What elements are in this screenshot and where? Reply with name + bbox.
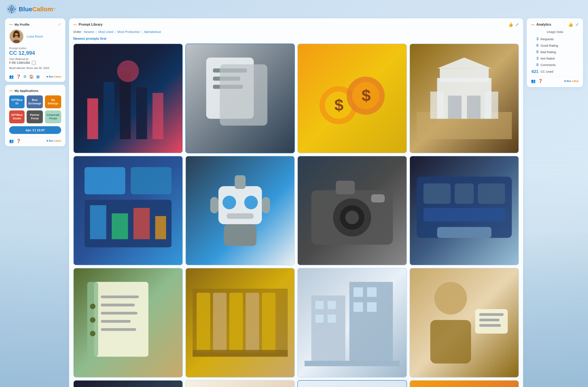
prompt-thumb-3[interactable]: $ $ <box>297 44 407 153</box>
prompt-img-14 <box>186 381 295 387</box>
prompt-thumb-4[interactable] <box>409 44 519 153</box>
prompt-thumb-9[interactable] <box>73 268 183 378</box>
apps-card-header: — My Applications <box>9 89 61 93</box>
prompt-thumb-8[interactable] <box>409 156 519 266</box>
prompt-thumb-13[interactable] <box>73 380 183 387</box>
since-text: BlueCallomer Since Jan 30, 2024 <box>9 67 61 69</box>
analytics-actions: 👍 ⤢ <box>568 22 579 27</box>
order-alphabetical[interactable]: Alphabetical <box>144 30 161 34</box>
footer-icons: 👥 ❓ ⚙ 🏠 ▦ <box>9 74 40 79</box>
prompts-section-title: Newest prompts first <box>73 37 519 41</box>
svg-point-6 <box>11 5 12 6</box>
app-my-settings[interactable]: My Settings <box>45 95 61 108</box>
prompt-img-16: TASK TASK <box>410 381 519 387</box>
svg-rect-104 <box>479 313 504 316</box>
svg-rect-105 <box>479 319 500 321</box>
prompt-title-text: Prompt Library <box>79 23 103 26</box>
app-partner-portal[interactable]: Partner Portal <box>27 110 43 123</box>
help-icon[interactable]: ❓ <box>16 74 21 79</box>
thumbsup-icon-analytics[interactable]: 👍 <box>568 22 573 27</box>
usage-row-comments: 0 Comments <box>531 63 579 67</box>
good-rating-label: Good Rating <box>541 44 558 47</box>
order-label: Order: <box>73 30 82 34</box>
svg-rect-70 <box>478 183 505 204</box>
layout-icon[interactable]: ▦ <box>36 74 40 79</box>
team-icon-analytics[interactable]: 👥 <box>531 79 536 83</box>
svg-rect-84 <box>197 293 210 353</box>
svg-rect-24 <box>136 88 147 139</box>
profile-info: Luisa Rossi <box>27 35 43 39</box>
team-icon-apps[interactable]: 👥 <box>9 139 14 143</box>
svg-rect-68 <box>423 183 451 204</box>
svg-rect-94 <box>315 315 324 323</box>
svg-rect-59 <box>262 197 270 213</box>
cc-used-label: CC Used <box>541 70 553 73</box>
usage-row-bad-rating: 0 Bad Rating <box>531 50 579 54</box>
settings-icon[interactable]: ⚙ <box>23 74 27 79</box>
app-blue-exchange[interactable]: Blue Exchange <box>27 95 43 108</box>
svg-rect-86 <box>229 293 243 353</box>
share-icon-analytics[interactable]: ⤢ <box>575 22 579 27</box>
prompt-thumb-16[interactable]: TASK TASK <box>409 380 519 387</box>
app-corporate-portal[interactable]: Corporate Portal <box>45 110 61 123</box>
order-most-productive[interactable]: Most Productive <box>117 30 140 34</box>
profile-share-icon[interactable]: ⤢ <box>58 22 61 27</box>
profile-name: Luisa Rossi <box>27 35 43 38</box>
svg-point-13 <box>15 35 16 36</box>
prompt-img-12 <box>410 268 519 377</box>
svg-rect-58 <box>210 197 218 213</box>
svg-rect-97 <box>367 287 377 297</box>
svg-rect-95 <box>328 315 336 323</box>
not-rated-num: 3 <box>531 56 539 61</box>
prompt-thumb-12[interactable] <box>409 268 519 378</box>
logo: BlueCallom™ <box>6 4 56 15</box>
good-rating-num: 0 <box>531 43 539 48</box>
svg-rect-47 <box>131 167 171 194</box>
svg-rect-52 <box>155 216 166 239</box>
svg-text:$: $ <box>334 96 343 114</box>
analytics-title: — Analytics <box>531 23 551 27</box>
svg-rect-44 <box>440 68 488 82</box>
analytics-footer-icons: 👥 ❓ <box>531 79 543 83</box>
help-icon-apps[interactable]: ❓ <box>16 139 21 143</box>
prompt-img-10 <box>186 268 295 377</box>
svg-rect-73 <box>94 282 148 357</box>
prompt-img-13 <box>74 381 183 387</box>
profile-section: Luisa Rossi <box>9 29 61 44</box>
order-most-used[interactable]: Most Used <box>98 30 113 34</box>
team-icon[interactable]: 👥 <box>9 74 14 79</box>
app-gptblue-io[interactable]: GPTBlue IO <box>9 95 24 108</box>
apps-title-text: My Applications <box>15 89 38 92</box>
right-panel: — Analytics 👍 ⤢ Usage Data 3 Requests 0 … <box>527 18 583 87</box>
help-icon-analytics[interactable]: ❓ <box>538 79 543 83</box>
prompt-thumb-10[interactable] <box>185 268 295 378</box>
svg-point-7 <box>11 12 12 13</box>
copy-icon[interactable] <box>32 61 36 65</box>
center-panel: — Prompt Library 👍 ⤢ Order: Newest | Mos… <box>69 18 523 387</box>
comments-label: Comments <box>541 63 556 67</box>
prompt-img-9 <box>74 268 183 377</box>
prompt-thumb-2[interactable] <box>185 44 295 153</box>
share-icon-prompt[interactable]: ⤢ <box>515 22 519 27</box>
profile-footer: 👥 ❓ ⚙ 🏠 ▦ ❄ BlueCallom <box>9 72 61 79</box>
svg-rect-31 <box>220 64 267 126</box>
svg-rect-71 <box>423 208 505 221</box>
prompt-thumb-11[interactable] <box>297 268 407 378</box>
prompt-thumb-15[interactable] <box>297 380 407 387</box>
order-newest[interactable]: Newest <box>84 30 94 34</box>
app-gptblue-studio[interactable]: GPTBlue Studio <box>9 110 24 123</box>
thumbsup-icon[interactable]: 👍 <box>508 22 513 27</box>
analytics-footer: 👥 ❓ ❄ BlueCallom <box>531 76 579 83</box>
home-icon[interactable]: 🏠 <box>29 74 34 79</box>
prompt-thumb-14[interactable] <box>185 380 295 387</box>
prompt-thumb-6[interactable] <box>185 156 295 266</box>
usage-rows: 3 Requests 0 Good Rating 0 Bad Rating 3 … <box>531 37 579 74</box>
prompt-img-5 <box>74 156 183 265</box>
prompt-thumb-1[interactable] <box>73 44 183 153</box>
orange-dash-analytics: — <box>531 23 535 27</box>
prompt-thumb-5[interactable] <box>73 156 183 266</box>
prompt-title: — Prompt Library <box>73 23 103 27</box>
prompt-thumb-7[interactable] <box>297 156 407 266</box>
prompt-actions: 👍 ⤢ <box>508 22 519 27</box>
svg-rect-66 <box>371 194 385 202</box>
